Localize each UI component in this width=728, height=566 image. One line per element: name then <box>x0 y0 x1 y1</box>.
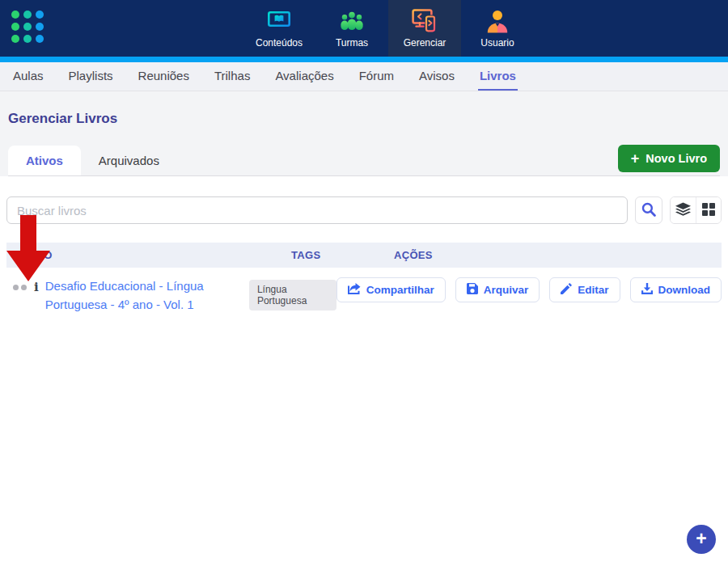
subnav-item-playlists[interactable]: Playlists <box>67 62 115 91</box>
search-input[interactable] <box>6 196 628 224</box>
grid-icon <box>702 203 715 218</box>
share-label: Compartilhar <box>366 284 434 296</box>
pencil-icon <box>561 283 572 297</box>
status-tab-bar: Ativos Arquivados + Novo Livro <box>8 145 720 176</box>
plus-icon: + <box>631 151 640 166</box>
view-toggle-group <box>670 196 722 224</box>
search-toolbar <box>6 196 722 224</box>
tags-cell: Língua Portuguesa <box>249 277 336 310</box>
tag-chip: Língua Portuguesa <box>249 280 336 310</box>
nav-item-gerenciar[interactable]: Gerenciar <box>388 0 461 57</box>
monitor-book-icon <box>265 9 293 33</box>
edit-label: Editar <box>578 284 608 296</box>
fab-add-button[interactable]: + <box>687 525 716 554</box>
archive-button[interactable]: Arquivar <box>455 277 540 302</box>
subnav-item-forum[interactable]: Fórum <box>358 62 396 91</box>
subnav-item-livros[interactable]: Livros <box>478 62 518 91</box>
actions-cell: Compartilhar Arquivar <box>336 277 722 302</box>
people-group-icon <box>337 9 366 33</box>
nav-label: Conteúdos <box>256 37 303 49</box>
main-nav-items: Conteúdos Turmas <box>243 0 534 57</box>
title-cell: i Desafio Educacional - Língua Portugues… <box>6 277 249 315</box>
new-book-label: Novo Livro <box>645 152 707 165</box>
nav-label: Turmas <box>336 37 368 49</box>
nav-label: Gerenciar <box>404 37 447 49</box>
table-header-row: TÍTULO TAGS AÇÕES <box>6 243 722 268</box>
page-title: Gerenciar Livros <box>8 111 720 127</box>
subnav-item-avaliacoes[interactable]: Avaliações <box>273 62 335 91</box>
book-title-link[interactable]: Desafio Educacional - Língua Portuguesa … <box>45 277 249 315</box>
top-navbar: Conteúdos Turmas <box>0 0 728 57</box>
layers-icon <box>675 202 691 219</box>
app-logo-dots-icon[interactable] <box>11 11 44 43</box>
nav-item-usuario[interactable]: Usuario <box>461 0 534 57</box>
subnav-item-avisos[interactable]: Avisos <box>417 62 456 91</box>
new-book-button[interactable]: + Novo Livro <box>618 145 720 172</box>
column-header-titulo: TÍTULO <box>6 249 291 261</box>
column-header-acoes: AÇÕES <box>394 249 722 261</box>
section-tabs: Aulas Playlists Reuniões Trilhas Avaliaç… <box>0 62 728 91</box>
share-button[interactable]: Compartilhar <box>336 277 446 302</box>
column-header-tags: TAGS <box>291 249 394 261</box>
download-button[interactable]: Download <box>630 277 722 302</box>
subnav-item-reunioes[interactable]: Reuniões <box>137 62 191 91</box>
tab-arquivados[interactable]: Arquivados <box>81 146 177 175</box>
archive-label: Arquivar <box>484 284 529 296</box>
page-header-band: Gerenciar Livros Ativos Arquivados + Nov… <box>0 91 728 176</box>
edit-button[interactable]: Editar <box>549 277 620 302</box>
devices-code-icon <box>412 9 438 33</box>
tab-ativos[interactable]: Ativos <box>8 146 81 175</box>
drag-handle-icon[interactable] <box>13 285 27 315</box>
subnav-item-aulas[interactable]: Aulas <box>11 62 45 91</box>
nav-label: Usuario <box>480 37 514 49</box>
info-icon[interactable]: i <box>34 280 39 315</box>
share-icon <box>348 283 361 297</box>
accent-strip <box>0 57 728 62</box>
nav-item-conteudos[interactable]: Conteúdos <box>243 0 315 57</box>
app-window: Conteúdos Turmas <box>0 0 728 566</box>
download-icon <box>641 283 653 297</box>
list-view-button[interactable] <box>671 197 696 223</box>
subnav-item-trilhas[interactable]: Trilhas <box>213 62 252 91</box>
download-label: Download <box>658 284 711 296</box>
content-panel: TÍTULO TAGS AÇÕES i Desafio Educacional … <box>0 176 728 315</box>
save-disk-icon <box>467 283 478 297</box>
books-table: TÍTULO TAGS AÇÕES i Desafio Educacional … <box>6 243 722 315</box>
grid-view-button[interactable] <box>696 197 721 223</box>
user-icon <box>485 9 510 33</box>
search-button[interactable] <box>635 196 662 224</box>
search-icon <box>641 202 656 219</box>
table-row: i Desafio Educacional - Língua Portugues… <box>6 268 722 315</box>
nav-item-turmas[interactable]: Turmas <box>315 0 388 57</box>
